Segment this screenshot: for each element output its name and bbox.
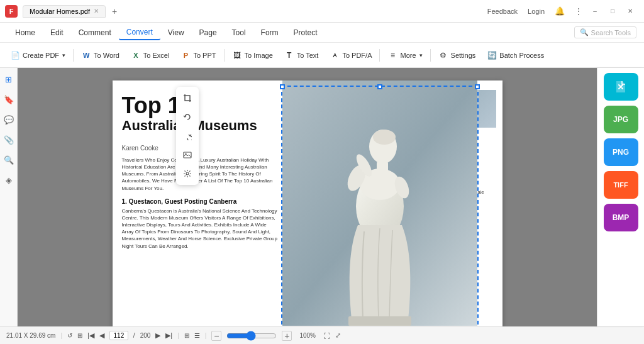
- search-tools[interactable]: 🔍 Search Tools: [574, 26, 636, 38]
- png-format-button[interactable]: PNG: [604, 138, 638, 166]
- replace-image-icon[interactable]: [179, 146, 196, 164]
- batch-process-button[interactable]: 🔄 Batch Process: [482, 48, 549, 63]
- pdf-subtitle: Australian Museums: [122, 118, 279, 133]
- document-tab[interactable]: Modular Homes.pdf ✕: [23, 5, 106, 18]
- statusbar: 21.01 X 29.69 cm | ↺ ⊞ |◀ ◀ / 200 ▶ ▶| |…: [0, 326, 644, 344]
- pdf-viewer[interactable]: Top 10 Australian Museums Karen Cooke Tr…: [18, 68, 597, 326]
- tiff-format-button[interactable]: TIFF: [604, 171, 638, 199]
- menubar: Home Edit Comment Convert View Page Tool…: [0, 23, 644, 43]
- pdf-author: Karen Cooke: [122, 145, 279, 152]
- zoom-out-btn[interactable]: −: [211, 331, 221, 341]
- view-list-icon[interactable]: ☰: [194, 332, 200, 339]
- to-pdfa-button[interactable]: A To PDF/A: [325, 48, 377, 63]
- png-label: PNG: [613, 148, 629, 157]
- tab-filename: Modular Homes.pdf: [30, 8, 90, 15]
- to-text-button[interactable]: T To Text: [279, 48, 324, 63]
- rotate-page-icon[interactable]: ↺: [67, 332, 72, 339]
- image-settings-icon[interactable]: [179, 165, 196, 182]
- last-page-btn[interactable]: ▶|: [165, 331, 172, 340]
- more-options-icon[interactable]: ⋮: [571, 6, 586, 17]
- page-number-input[interactable]: [109, 331, 128, 340]
- zoom-slider[interactable]: [226, 331, 277, 341]
- toolbar-separator-1: [73, 49, 74, 62]
- menu-form[interactable]: Form: [253, 26, 286, 40]
- notification-icon[interactable]: 🔔: [551, 5, 569, 17]
- to-excel-label: To Excel: [143, 52, 170, 59]
- back-page-btn[interactable]: ◀: [99, 331, 104, 340]
- pdf-section1-body: Canberra's Questacon is Australia's Nati…: [122, 208, 279, 250]
- login-button[interactable]: Login: [524, 6, 548, 16]
- pdf-left-column: Top 10 Australian Museums Karen Cooke Tr…: [113, 80, 289, 326]
- sidebar-page-thumbnails[interactable]: ⊞: [3, 73, 15, 86]
- sidebar-bookmarks[interactable]: 🔖: [3, 93, 15, 106]
- toolbar-separator-2: [224, 49, 225, 62]
- settings-icon: ⚙: [438, 50, 448, 60]
- jpg-format-button[interactable]: JPG: [604, 106, 638, 133]
- add-tab-button[interactable]: +: [108, 5, 121, 18]
- page-dimensions: 21.01 X 29.69 cm: [6, 332, 55, 339]
- pdf-section1-title: 1. Questacon, Guest Posting Canberra: [122, 198, 279, 205]
- search-icon: 🔍: [580, 28, 589, 36]
- to-image-button[interactable]: 🖼 To Image: [227, 48, 278, 63]
- fit-window-icon[interactable]: ⛶: [323, 332, 330, 340]
- to-word-label: To Word: [94, 52, 119, 59]
- sidebar-comments[interactable]: 💬: [3, 113, 15, 126]
- prev-page-btn[interactable]: |◀: [87, 331, 94, 340]
- more-button[interactable]: ≡ More: [382, 48, 427, 63]
- close-button[interactable]: ✕: [621, 4, 639, 19]
- menu-tool[interactable]: Tool: [225, 26, 253, 40]
- to-text-label: To Text: [297, 52, 319, 59]
- tab-close-icon[interactable]: ✕: [94, 8, 99, 14]
- pdf-page: Top 10 Australian Museums Karen Cooke Tr…: [113, 80, 502, 326]
- statue-image-container: [282, 80, 477, 326]
- fullscreen-icon[interactable]: ⤢: [335, 331, 341, 340]
- to-excel-button[interactable]: X To Excel: [126, 48, 175, 63]
- fit-page-icon[interactable]: ⊞: [77, 332, 82, 339]
- rotate-left-icon[interactable]: [179, 108, 196, 126]
- menu-home[interactable]: Home: [8, 26, 43, 40]
- settings-label: Settings: [451, 52, 476, 59]
- maximize-button[interactable]: □: [604, 4, 621, 19]
- minimize-button[interactable]: –: [586, 4, 604, 19]
- view-grid-icon[interactable]: ⊞: [184, 332, 189, 339]
- toolbar-separator-3: [379, 49, 380, 62]
- sidebar-layers[interactable]: ◈: [3, 174, 15, 186]
- menu-convert[interactable]: Convert: [119, 25, 160, 40]
- more-label: More: [400, 52, 416, 59]
- word-icon: W: [81, 50, 91, 60]
- menu-comment[interactable]: Comment: [71, 26, 119, 40]
- pdfa-icon: A: [330, 50, 340, 60]
- more-icon: ≡: [387, 50, 397, 60]
- crop-icon[interactable]: [179, 89, 196, 107]
- next-page-btn[interactable]: ▶: [155, 331, 160, 340]
- titlebar: F Modular Homes.pdf ✕ + Feedback Login 🔔…: [0, 0, 644, 23]
- feedback-button[interactable]: Feedback: [484, 6, 521, 16]
- toolbar-separator-4: [430, 49, 431, 62]
- to-ppt-button[interactable]: P To PPT: [175, 48, 221, 63]
- settings-button[interactable]: ⚙ Settings: [433, 48, 481, 63]
- menu-view[interactable]: View: [160, 26, 192, 40]
- create-pdf-label: Create PDF: [23, 52, 59, 59]
- menu-edit[interactable]: Edit: [43, 26, 71, 40]
- sidebar-attachments[interactable]: 📎: [3, 133, 15, 146]
- sidebar-search[interactable]: 🔍: [3, 153, 15, 166]
- jpg-label: JPG: [613, 115, 628, 124]
- text-icon: T: [284, 50, 294, 60]
- to-word-button[interactable]: W To Word: [76, 48, 125, 63]
- svg-rect-12: [348, 316, 411, 326]
- excel-icon: X: [131, 50, 141, 60]
- rotate-right-icon[interactable]: [179, 127, 196, 145]
- bmp-format-button[interactable]: BMP: [604, 204, 638, 231]
- right-format-panel: JPG PNG TIFF BMP: [597, 68, 644, 326]
- to-pdfa-label: To PDF/A: [342, 52, 372, 59]
- zoom-in-btn[interactable]: +: [282, 331, 292, 341]
- create-pdf-button[interactable]: 📄 Create PDF: [5, 48, 70, 63]
- menu-page[interactable]: Page: [192, 26, 225, 40]
- svg-point-15: [186, 172, 189, 175]
- pdf-format-button[interactable]: [604, 73, 638, 101]
- batch-process-label: Batch Process: [499, 52, 544, 59]
- image-icon: 🖼: [232, 50, 242, 60]
- menu-protect[interactable]: Protect: [286, 26, 325, 40]
- page-separator: /: [133, 332, 135, 339]
- to-image-label: To Image: [245, 52, 273, 59]
